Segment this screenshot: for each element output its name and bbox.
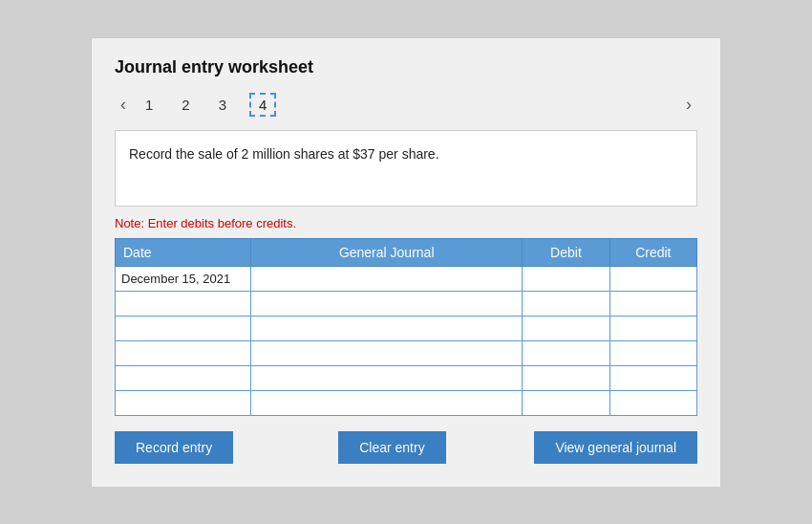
credit-cell-2[interactable]: [609, 291, 696, 316]
journal-cell-3[interactable]: [251, 316, 523, 340]
debit-cell-1[interactable]: [523, 266, 609, 291]
debit-cell-4[interactable]: [523, 340, 609, 365]
nav-num-2[interactable]: 2: [176, 95, 195, 115]
date-cell-4: [116, 340, 251, 365]
table-row: [116, 365, 697, 390]
debit-input-3[interactable]: [526, 321, 605, 336]
credit-input-1[interactable]: [614, 272, 693, 286]
credit-cell-1[interactable]: [609, 266, 696, 291]
debit-cell-3[interactable]: [523, 316, 609, 340]
credit-input-5[interactable]: [614, 371, 693, 385]
nav-num-4[interactable]: 4: [249, 93, 276, 117]
credit-cell-3[interactable]: [609, 316, 696, 340]
journal-input-3[interactable]: [255, 321, 518, 336]
journal-table: Date General Journal Debit Credit Decemb…: [115, 238, 697, 416]
debit-cell-5[interactable]: [523, 365, 609, 390]
credit-input-4[interactable]: [614, 346, 693, 360]
debit-cell-6[interactable]: [523, 390, 609, 415]
date-cell-2: [116, 291, 251, 316]
debit-input-2[interactable]: [526, 296, 605, 311]
journal-input-4[interactable]: [255, 346, 518, 360]
journal-cell-1[interactable]: [251, 266, 523, 291]
debit-input-5[interactable]: [526, 371, 605, 385]
instruction-highlight2: $37: [353, 146, 374, 162]
journal-input-1[interactable]: [255, 272, 518, 286]
credit-input-2[interactable]: [614, 296, 693, 311]
debit-input-1[interactable]: [526, 272, 605, 286]
date-cell-6: [116, 390, 251, 415]
nav-left-arrow[interactable]: ‹: [115, 95, 132, 115]
col-header-debit: Debit: [523, 238, 609, 266]
navigation-row: ‹ 1 2 3 4 ›: [115, 93, 697, 117]
worksheet-container: Journal entry worksheet ‹ 1 2 3 4 › Reco…: [91, 37, 721, 488]
table-row: December 15, 2021: [116, 266, 697, 291]
instruction-box: Record the sale of 2 million shares at $…: [115, 130, 697, 207]
journal-cell-5[interactable]: [251, 365, 523, 390]
col-header-journal: General Journal: [251, 238, 523, 266]
journal-input-6[interactable]: [255, 396, 518, 410]
record-entry-button[interactable]: Record entry: [115, 431, 233, 464]
credit-cell-5[interactable]: [609, 365, 696, 390]
nav-num-1[interactable]: 1: [139, 95, 159, 115]
date-cell-1: December 15, 2021: [116, 266, 251, 291]
clear-entry-button[interactable]: Clear entry: [338, 431, 445, 464]
view-journal-button[interactable]: View general journal: [534, 431, 697, 464]
col-header-credit: Credit: [609, 238, 696, 266]
instruction-middle: at: [334, 146, 353, 162]
debit-cell-2[interactable]: [523, 291, 609, 316]
table-row: [116, 316, 697, 340]
debit-input-6[interactable]: [526, 396, 605, 410]
journal-input-2[interactable]: [255, 296, 518, 311]
date-cell-3: [116, 316, 251, 340]
journal-cell-4[interactable]: [251, 340, 523, 365]
credit-input-3[interactable]: [614, 321, 693, 336]
debit-input-4[interactable]: [526, 346, 605, 360]
note-text: Note: Enter debits before credits.: [115, 216, 697, 230]
nav-right-arrow[interactable]: ›: [680, 95, 697, 115]
table-row: [116, 340, 697, 365]
page-title: Journal entry worksheet: [115, 57, 697, 77]
journal-cell-6[interactable]: [251, 390, 523, 415]
credit-cell-4[interactable]: [609, 340, 696, 365]
journal-input-5[interactable]: [255, 371, 518, 385]
instruction-prefix: Record the sale of 2 million: [129, 146, 294, 162]
credit-cell-6[interactable]: [609, 390, 696, 415]
nav-num-3[interactable]: 3: [213, 95, 232, 115]
nav-numbers: 1 2 3 4: [139, 93, 276, 117]
col-header-date: Date: [116, 238, 251, 266]
table-row: [116, 291, 697, 316]
journal-cell-2[interactable]: [251, 291, 523, 316]
instruction-highlight1: shares: [294, 146, 334, 162]
date-cell-5: [116, 365, 251, 390]
instruction-suffix: per share.: [375, 146, 439, 162]
credit-input-6[interactable]: [614, 396, 693, 410]
buttons-row: Record entry Clear entry View general jo…: [115, 431, 697, 464]
table-row: [116, 390, 697, 415]
